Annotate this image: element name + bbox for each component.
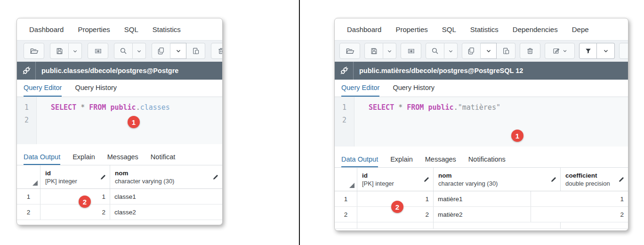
pgadmin-window-matieres: Dashboard Properties SQL Statistics Depe… <box>334 18 628 231</box>
query-tab-bar: Query Editor Query History <box>335 80 628 97</box>
column-header-nom[interactable]: nom character varying (30) <box>434 168 561 191</box>
sql-editor: 1 2 SELECT * FROM public.classes <box>17 97 222 144</box>
save-options-dropdown[interactable] <box>383 43 396 59</box>
save-options-dropdown[interactable] <box>69 43 82 59</box>
output-tab-bar: Data Output Explain Messages Notificatio… <box>335 152 628 168</box>
tab-sql[interactable]: SQL <box>442 25 456 33</box>
cell-nom[interactable]: classe1 <box>110 189 222 204</box>
clipped-toolbar-button[interactable] <box>619 43 628 59</box>
folder-open-icon <box>346 47 354 56</box>
row-number-cell[interactable]: 1 <box>335 191 357 206</box>
annotation-badge-1: 1 <box>511 130 523 142</box>
column-header-id[interactable]: id [PK] integer <box>40 165 110 188</box>
tab-notifications[interactable]: Notifications <box>468 152 506 168</box>
sql-code-area[interactable]: SELECT * FROM public."matières" <box>354 97 500 147</box>
line-number-gutter: 1 2 <box>17 97 37 144</box>
copy-button[interactable] <box>152 43 170 59</box>
tab-explain[interactable]: Explain <box>72 150 95 165</box>
cell-id[interactable]: 2 <box>40 204 110 220</box>
grid-header-row: id [PK] integer nom character varying (3… <box>335 168 628 191</box>
tab-messages[interactable]: Messages <box>425 152 456 168</box>
cell-nom[interactable]: matière2 <box>434 207 531 222</box>
edit-pencil-box-icon <box>552 47 561 55</box>
column-header-nom[interactable]: nom character varying (30) <box>110 165 222 188</box>
filter-button[interactable] <box>579 43 597 59</box>
annotation-badge-2: 2 <box>79 196 91 208</box>
open-file-button[interactable] <box>24 43 44 59</box>
cell-id[interactable]: 1 <box>40 189 110 204</box>
edit-options-button[interactable] <box>545 43 575 59</box>
chevron-down-icon <box>486 48 491 54</box>
delete-button[interactable] <box>211 43 222 59</box>
open-file-button[interactable] <box>339 43 360 59</box>
chevron-down-icon <box>603 48 609 54</box>
tab-sql[interactable]: SQL <box>124 25 138 33</box>
cell-coefficient[interactable]: 2 <box>531 207 628 222</box>
save-button-group <box>364 43 396 59</box>
connection-string: public.matières/dbecole/postgres@Postgre… <box>354 67 523 74</box>
filter-button-group <box>579 43 615 59</box>
save-icon <box>56 47 64 55</box>
delete-button[interactable] <box>520 43 540 59</box>
edit-pencil-icon <box>100 174 106 180</box>
cell-coefficient[interactable]: 1 <box>531 191 628 206</box>
row-number-cell[interactable]: 2 <box>17 204 40 220</box>
grid-row-partial <box>335 222 628 229</box>
save-button[interactable] <box>364 43 383 59</box>
save-data-changes-button[interactable] <box>88 43 108 59</box>
annotation-badge-2: 2 <box>391 201 403 213</box>
row-number-cell[interactable]: 1 <box>17 189 40 204</box>
copy-button[interactable] <box>462 43 481 59</box>
connection-status-bar: public.classes/dbecole/postgres@Postgre <box>17 62 222 80</box>
select-all-corner[interactable] <box>17 165 40 188</box>
browser-tab-bar: Dashboard Properties SQL Statistics <box>17 18 222 40</box>
grid-row: 1 1 matière1 1 <box>335 191 628 207</box>
find-button[interactable] <box>426 43 444 59</box>
tab-statistics[interactable]: Statistics <box>470 25 499 33</box>
connection-status-bar: public.matières/dbecole/postgres@Postgre… <box>335 62 628 80</box>
select-all-triangle-icon <box>32 180 38 186</box>
save-data-changes-button[interactable] <box>401 43 421 59</box>
cell-nom[interactable]: matière1 <box>434 191 531 206</box>
column-header-coefficient[interactable]: coefficient double precision <box>561 168 628 191</box>
copy-icon <box>467 47 475 55</box>
spacer <box>335 147 628 152</box>
tab-notifications[interactable]: Notificat <box>151 150 175 165</box>
find-options-dropdown[interactable] <box>133 43 146 59</box>
row-number-cell[interactable]: 2 <box>335 207 357 222</box>
column-header-id[interactable]: id [PK] integer <box>357 168 434 191</box>
tab-dashboard[interactable]: Dashboard <box>29 25 64 33</box>
tab-data-output[interactable]: Data Output <box>24 150 60 165</box>
paste-button[interactable] <box>186 43 205 59</box>
find-options-dropdown[interactable] <box>444 43 458 59</box>
copy-options-dropdown[interactable] <box>170 43 186 59</box>
filter-options-dropdown[interactable] <box>597 43 615 59</box>
select-all-corner[interactable] <box>335 168 357 191</box>
tab-query-history[interactable]: Query History <box>75 80 117 97</box>
tab-messages[interactable]: Messages <box>107 150 138 165</box>
save-button[interactable] <box>50 43 69 59</box>
tab-properties[interactable]: Properties <box>395 25 427 33</box>
tab-dependencies[interactable]: Dependencies <box>513 25 558 33</box>
tab-dashboard[interactable]: Dashboard <box>347 25 381 33</box>
trash-icon <box>217 47 222 55</box>
tab-statistics[interactable]: Statistics <box>153 25 181 33</box>
tab-dependents[interactable]: Depe <box>572 25 589 33</box>
results-grid: id [PK] integer nom character varying (3… <box>335 168 628 229</box>
find-button[interactable] <box>114 43 133 59</box>
tab-explain[interactable]: Explain <box>390 152 413 168</box>
query-tool-toolbar <box>17 40 222 62</box>
query-tool-toolbar <box>335 40 628 62</box>
screenshot-canvas: Dashboard Properties SQL Statistics <box>0 0 644 245</box>
tab-properties[interactable]: Properties <box>78 25 110 33</box>
tab-query-history[interactable]: Query History <box>393 80 435 97</box>
line-number: 1 <box>342 101 346 114</box>
paste-button[interactable] <box>497 43 515 59</box>
cell-nom[interactable]: classe2 <box>110 204 222 220</box>
spacer <box>17 144 222 150</box>
tab-query-editor[interactable]: Query Editor <box>24 80 62 97</box>
copy-options-dropdown[interactable] <box>481 43 497 59</box>
tab-query-editor[interactable]: Query Editor <box>341 80 379 97</box>
sql-code-area[interactable]: SELECT * FROM public.classes <box>37 97 170 144</box>
tab-data-output[interactable]: Data Output <box>341 152 378 168</box>
